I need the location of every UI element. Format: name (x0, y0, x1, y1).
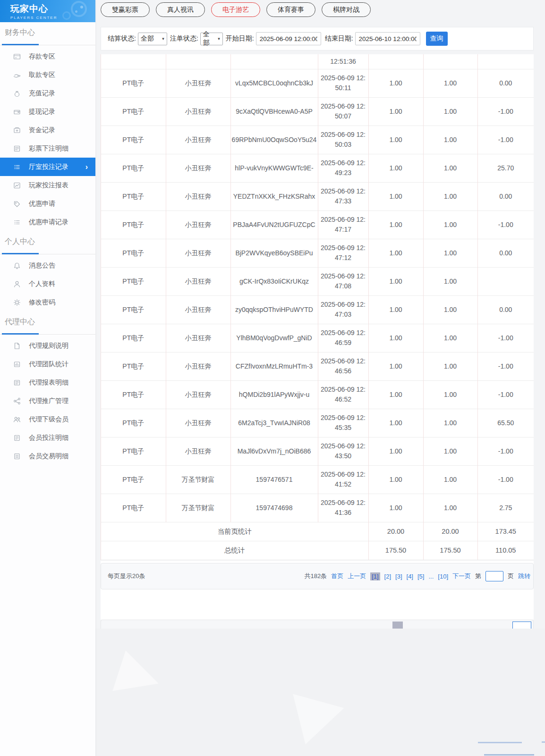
order-status-label: 注单状态: (170, 34, 198, 43)
tab-电子游艺[interactable]: 电子游艺 (211, 2, 260, 17)
next-page-link[interactable]: 下一页 (452, 572, 471, 580)
cell-valid-bet: 1.00 (423, 126, 477, 154)
start-date-label: 开始日期: (226, 34, 254, 43)
cell-order-id: 69RPbNmU0OqwSOoY5u24 (230, 126, 318, 154)
first-page-link[interactable]: 首页 (331, 572, 343, 580)
sidebar-item-label: 会员交易明细 (29, 452, 68, 461)
page-ellipsis: ... (428, 573, 434, 580)
sidebar-item[interactable]: 优惠申请 (0, 194, 95, 213)
sidebar-item-label: 修改密码 (29, 298, 55, 307)
sidebar-item[interactable]: 代理团队统计 (0, 355, 95, 373)
cell-profit: 0.00 (477, 239, 534, 267)
sidebar-item-label: 彩票下注明细 (29, 144, 68, 153)
cell-bet-amount: 1.00 (368, 465, 423, 494)
cell-profit: -1.00 (477, 126, 534, 154)
page-link[interactable]: [4] (407, 573, 413, 580)
tab-棋牌对战[interactable]: 棋牌对战 (322, 2, 371, 17)
cell (477, 54, 534, 69)
sidebar: 玩家中心 PLAYERS CENTER 财务中心存款专区取款专区充值记录提现记录… (0, 0, 95, 756)
settle-status-select[interactable]: 全部 ▾ (138, 33, 167, 45)
page-link[interactable]: [3] (395, 573, 402, 580)
cell-profit: -1.00 (477, 437, 534, 465)
sidebar-item[interactable]: 优惠申请记录 (0, 213, 95, 231)
table-row: PT电子小丑狂奔69RPbNmU0OqwSOoY5u242025-06-09 1… (101, 126, 534, 154)
sidebar-item[interactable]: 充值记录 (0, 84, 95, 102)
page-link[interactable]: [2] (384, 573, 391, 580)
cell-bet-amount: 1.00 (368, 494, 423, 522)
sidebar-item[interactable]: 资金记录 (0, 121, 95, 139)
cell-time: 2025-06-09 12:47:17 (318, 210, 368, 239)
start-date-input[interactable] (256, 32, 321, 45)
tab-雙赢彩票[interactable]: 雙赢彩票 (101, 2, 150, 17)
cell-order-id: CFZfIvoxnMzLRmuHTm-3 (230, 352, 318, 380)
sidebar-item-label: 资金记录 (29, 126, 55, 134)
member-bet-detail-icon (13, 434, 21, 442)
prev-page-link[interactable]: 上一页 (348, 572, 366, 580)
table-row-partial: 12:51:36 (101, 54, 534, 69)
cell-valid-bet: 1.00 (423, 97, 477, 126)
sidebar-item-label: 代理推广管理 (29, 397, 68, 405)
sidebar-item[interactable]: 取款专区 (0, 66, 95, 84)
chevron-down-icon: ▾ (162, 36, 164, 41)
sidebar-item[interactable]: 玩家投注报表 (0, 176, 95, 194)
filter-panel: 结算状态: 全部 ▾ 注单状态: 全部 ▾ 开始日期: 结束日期: 查询 (101, 27, 534, 50)
search-button[interactable]: 查询 (426, 32, 448, 46)
current-page-badge[interactable] (392, 622, 403, 629)
table-row: PT电子小丑狂奔9cXaQtlQVBHcewA0-A5P2025-06-09 1… (101, 97, 534, 126)
sidebar-item-label: 代理报表明细 (29, 378, 68, 387)
sidebar-item[interactable]: 代理报表明细 (0, 373, 95, 392)
sidebar-item[interactable]: 个人资料 (0, 275, 95, 293)
sidebar-item[interactable]: 代理规则说明 (0, 336, 95, 355)
promo-apply-icon (13, 200, 21, 208)
sidebar-item[interactable]: 会员投注明细 (0, 428, 95, 447)
sidebar-item[interactable]: 代理推广管理 (0, 392, 95, 410)
cell-platform: PT电子 (101, 409, 166, 437)
cell-platform: PT电子 (101, 267, 166, 295)
sidebar-item[interactable]: 彩票下注明细 (0, 139, 95, 158)
page-link-current[interactable]: [1] (370, 572, 380, 580)
table-row: PT电子小丑狂奔hQMDi2b91lAPyWxjjv-u2025-06-09 1… (101, 380, 534, 409)
page-link[interactable]: [10] (438, 573, 448, 580)
cell-order-id: zy0qqkspOThviHPuWYTD (230, 295, 318, 324)
divider (542, 741, 545, 743)
jump-suffix-label: 页 (508, 572, 514, 580)
tab-真人视讯[interactable]: 真人视讯 (156, 2, 205, 17)
sidebar-item[interactable]: 存款专区 (0, 47, 95, 66)
agent-members-icon (13, 416, 21, 423)
jump-page-input[interactable] (485, 571, 503, 581)
cell-game: 小丑狂奔 (166, 324, 230, 352)
sidebar-item-label: 厅室投注记录 (29, 163, 68, 171)
sidebar-item[interactable]: 会员交易明细 (0, 447, 95, 465)
sidebar-item[interactable]: 修改密码 (0, 293, 95, 311)
cell-time: 2025-06-09 12:46:59 (318, 324, 368, 352)
page-stats-profit: 173.45 (477, 522, 534, 541)
settle-status-value: 全部 (141, 34, 154, 43)
jump-button[interactable]: 跳转 (518, 572, 530, 580)
sidebar-item-label: 优惠申请 (29, 200, 55, 208)
order-status-value: 全部 (203, 30, 216, 47)
cell-time: 2025-06-09 12:47:33 (318, 182, 368, 210)
order-status-select[interactable]: 全部 ▾ (200, 33, 223, 45)
total-stats-valid-bet: 175.50 (423, 541, 477, 560)
total-count-label: 共182条 (304, 572, 327, 580)
total-stats-label: 总统计 (101, 541, 368, 560)
cell-time: 12:51:36 (318, 54, 368, 69)
cell-order-id: MaJl6vDxVm7j_nOiB686 (230, 437, 318, 465)
sidebar-item[interactable]: 代理下级会员 (0, 410, 95, 428)
sidebar-item[interactable]: 厅室投注记录› (0, 158, 95, 176)
tab-体育赛事[interactable]: 体育赛事 (266, 2, 315, 17)
table-row: PT电子万圣节财富15974746982025-06-09 12:41:361.… (101, 494, 534, 522)
jump-page-input[interactable] (512, 622, 531, 629)
sidebar-item[interactable]: 提现记录 (0, 102, 95, 121)
divider (484, 754, 534, 756)
app-logo: 玩家中心 PLAYERS CENTER (0, 0, 95, 22)
page-link[interactable]: [5] (417, 573, 424, 580)
cell-time: 2025-06-09 12:49:23 (318, 154, 368, 182)
end-date-input[interactable] (355, 32, 420, 45)
player-bet-report-icon (13, 182, 21, 189)
sidebar-item[interactable]: 消息公告 (0, 256, 95, 275)
cell-platform: PT电子 (101, 352, 166, 380)
bet-records-table: 12:51:36 PT电子小丑狂奔vLqx5MCBCL0oqhnCb3kJ202… (101, 54, 534, 560)
cell-time: 2025-06-09 12:50:11 (318, 69, 368, 97)
cell-game: 小丑狂奔 (166, 154, 230, 182)
